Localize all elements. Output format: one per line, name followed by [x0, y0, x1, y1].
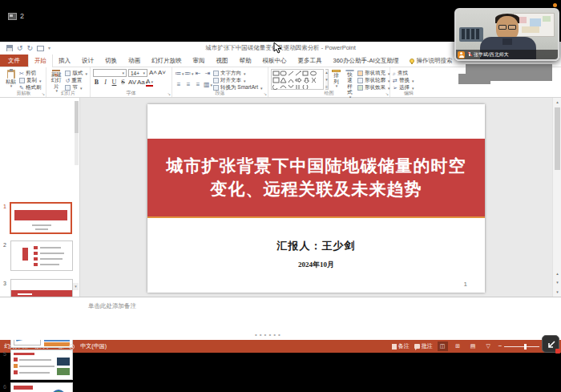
tab-help[interactable]: 帮助: [234, 55, 257, 67]
strikethrough-icon[interactable]: S: [119, 79, 127, 87]
slide-thumbnail-1[interactable]: [10, 202, 72, 234]
slide-presenter[interactable]: 汇报人：王少剑: [147, 239, 485, 253]
accessibility-icon[interactable]: [69, 344, 75, 350]
reset-button[interactable]: ↺重置: [65, 77, 87, 84]
change-case-icon[interactable]: Aa: [137, 79, 144, 87]
align-right-icon[interactable]: ≡: [194, 81, 202, 89]
paste-button[interactable]: 粘贴: [4, 69, 18, 90]
tab-template-center[interactable]: 模板中心: [257, 55, 293, 67]
slide-canvas[interactable]: 城市扩张背景下中国陆地碳储量的时空 变化、远程关联及未来趋势 汇报人：王少剑 2…: [147, 104, 485, 293]
align-center-icon[interactable]: ≡: [184, 81, 192, 89]
bold-icon[interactable]: B: [93, 79, 100, 87]
underline-icon[interactable]: U: [111, 79, 118, 87]
zoom-slider[interactable]: [504, 346, 539, 347]
tab-view[interactable]: 视图: [211, 55, 234, 67]
tab-review[interactable]: 审阅: [188, 55, 211, 67]
gallery-more-icon[interactable]: ≡: [325, 84, 328, 89]
scroll-down-icon[interactable]: ▾: [554, 289, 561, 296]
tab-slideshow[interactable]: 幻灯片放映: [146, 55, 188, 67]
gallery-up-icon[interactable]: ▴: [325, 70, 328, 75]
slide-date[interactable]: 2024年10月: [147, 260, 485, 270]
slide-title-banner[interactable]: 城市扩张背景下中国陆地碳储量的时空 变化、远程关联及未来趋势: [147, 139, 485, 218]
tab-transitions[interactable]: 切换: [99, 55, 123, 67]
font-name-combo[interactable]: ▾: [93, 69, 127, 77]
shapes-gallery[interactable]: [271, 69, 324, 90]
quick-styles-button[interactable]: 快速样式: [344, 69, 356, 90]
scroll-up-icon[interactable]: ▴: [554, 99, 561, 106]
numbering-icon[interactable]: ≕: [184, 70, 192, 78]
columns-icon[interactable]: ▥: [204, 81, 212, 89]
shape-fill-button[interactable]: 形状填充: [357, 70, 390, 77]
customize-qat-icon[interactable]: ▾: [48, 45, 50, 52]
font-size-combo[interactable]: 14+▾: [128, 69, 147, 77]
cut-button[interactable]: ✂剪切: [19, 70, 42, 77]
zoom-slider-thumb[interactable]: [524, 344, 527, 350]
quick-access-toolbar: ↺ ↻ ▾: [0, 45, 50, 52]
thumbnail-scrollbar-thumb[interactable]: [75, 101, 79, 133]
tab-file[interactable]: 文件: [0, 55, 28, 67]
paragraph-dialog-launcher[interactable]: ↘: [264, 91, 267, 96]
save-icon[interactable]: [6, 45, 13, 51]
thumbnail-scrollbar[interactable]: [75, 101, 79, 165]
slide-thumbnail-2[interactable]: [10, 240, 73, 271]
reading-view-button[interactable]: ▤: [468, 341, 478, 351]
grow-font-icon[interactable]: A˄: [149, 69, 156, 77]
group-drawing: ▴ ▾ ≡ 排列 快速样式 形状填充 形状轮廓 形状效果 绘图: [268, 67, 390, 97]
redo-icon[interactable]: ↻: [27, 45, 34, 52]
tell-me-search[interactable]: 操作说明搜索: [410, 55, 453, 67]
editor-scrollbar[interactable]: ▴ ▴ ▾ ▾: [552, 98, 561, 297]
indent-increase-icon[interactable]: ⇥: [204, 70, 212, 78]
slide-sorter-view-button[interactable]: ⊞: [453, 341, 463, 351]
meeting-float-button[interactable]: [542, 335, 559, 353]
slide-thumbnail-6[interactable]: [10, 382, 73, 392]
undo-icon[interactable]: ↺: [17, 45, 23, 52]
slide-editor[interactable]: 城市扩张背景下中国陆地碳储量的时空 变化、远程关联及未来趋势 汇报人：王少剑 2…: [80, 98, 561, 297]
previous-slide-icon[interactable]: ▴: [554, 270, 561, 277]
tab-more-tools[interactable]: 更多工具: [293, 55, 328, 67]
normal-view-button[interactable]: ◫: [438, 341, 448, 351]
font-dialog-launcher[interactable]: ↘: [167, 91, 171, 96]
drawing-dialog-launcher[interactable]: ↘: [385, 91, 389, 96]
thumbnail-scroll-down-icon[interactable]: ▾: [73, 283, 79, 290]
font-color-icon[interactable]: A: [146, 79, 153, 87]
find-button[interactable]: ⌕查找: [393, 70, 414, 77]
comments-toggle[interactable]: 批注: [414, 342, 433, 350]
shapes-gallery-scroll[interactable]: ▴ ▾ ≡: [325, 69, 329, 90]
indent-decrease-icon[interactable]: ⇤: [194, 70, 202, 78]
gallery-down-icon[interactable]: ▾: [325, 77, 328, 82]
notes-pane[interactable]: 单击此处添加备注 ••••••: [0, 297, 561, 340]
bullets-icon[interactable]: ≔: [175, 70, 183, 78]
zoom-out-icon[interactable]: −: [498, 343, 502, 350]
layout-button[interactable]: 版式: [65, 70, 87, 77]
editor-scrollbar-thumb[interactable]: [555, 107, 560, 170]
align-left-icon[interactable]: ≡: [175, 81, 183, 89]
next-slide-icon[interactable]: ▾: [554, 279, 561, 286]
tab-design[interactable]: 设计: [76, 55, 99, 67]
slideshow-view-button[interactable]: ▽: [483, 341, 494, 351]
shape-outline-button[interactable]: 形状轮廓: [357, 77, 390, 84]
slide-thumbnail-5[interactable]: [10, 350, 73, 380]
char-spacing-icon[interactable]: AV: [128, 79, 135, 87]
replace-icon: ⇄: [393, 78, 398, 83]
notes-resize-grip[interactable]: ••••••: [255, 331, 283, 338]
text-direction-button[interactable]: 文字方向: [213, 70, 262, 77]
language-indicator[interactable]: 中文(中国): [80, 342, 107, 350]
tab-insert[interactable]: 插入: [53, 55, 76, 67]
italic-icon[interactable]: I: [102, 79, 109, 87]
slideshow-icon[interactable]: [37, 46, 44, 51]
new-slide-button[interactable]: 新建 幻灯片: [49, 69, 63, 90]
copy-button[interactable]: 复制: [19, 77, 42, 84]
thumb-number-6: 6: [3, 384, 6, 390]
align-text-button[interactable]: 对齐文本: [213, 77, 262, 84]
tab-360-assistant[interactable]: 360办公助手-AI交互助理: [328, 55, 405, 67]
arrange-button[interactable]: 排列: [330, 69, 342, 90]
tab-animations[interactable]: 动画: [123, 55, 146, 67]
notes-placeholder[interactable]: 单击此处添加备注: [88, 302, 136, 310]
screen-share-view: 2 城市扩张下中国碳储量变化及驱动因素分析 - PowerPoint ↺ ↻ ▾…: [0, 0, 561, 392]
replace-button[interactable]: ⇄替换: [393, 77, 414, 84]
notes-toggle[interactable]: 备注: [392, 342, 410, 350]
tab-home[interactable]: 开始: [28, 55, 53, 67]
clipboard-dialog-launcher[interactable]: ↘: [42, 91, 45, 96]
webcam-video[interactable]: 张学斌/西北师大: [454, 8, 559, 61]
shrink-font-icon[interactable]: A˅: [158, 69, 165, 77]
